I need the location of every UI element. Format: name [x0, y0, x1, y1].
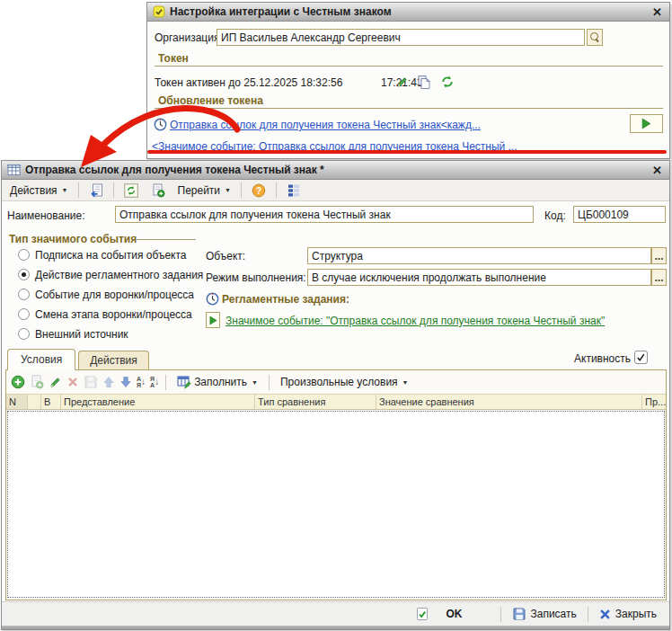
ellipsis-icon: ... [654, 271, 663, 284]
settings-window: Настройка интеграции с Честным знаком ✕ … [146, 2, 670, 159]
event-type-group-line [137, 239, 196, 240]
conditions-panel: АЯ ↓ ЯА ↓ Заполнить ▼ Произвольные услов… [5, 369, 667, 600]
refresh-section-title: Обновление токена [158, 94, 263, 107]
token-section-title: Токен [158, 52, 189, 65]
toolbar-separator [165, 375, 166, 390]
copy-row-icon[interactable] [30, 375, 44, 389]
column-header-pr[interactable]: Пр... [642, 395, 666, 409]
settings-window-title: Настройка интеграции с Честным знаком [170, 5, 392, 18]
radio-scheduled-job[interactable] [18, 269, 30, 280]
copy-token-icon[interactable] [417, 75, 431, 89]
chevron-down-icon: ▼ [225, 187, 231, 193]
event-titlebar[interactable]: Отправка ссылок для получения токена Чес… [2, 161, 669, 180]
activity-checkbox[interactable] [634, 351, 648, 364]
org-input[interactable]: ИП Васильев Александр Сергеевич [217, 29, 585, 46]
radio-funnel-event[interactable] [18, 289, 30, 300]
help-button[interactable]: ? [247, 181, 270, 200]
conditions-table-body[interactable] [7, 411, 665, 598]
event-window: Отправка ссылок для получения токена Чес… [1, 160, 670, 630]
end-edit-icon[interactable] [84, 375, 98, 389]
reread-button[interactable] [84, 181, 108, 200]
column-header-blank[interactable] [28, 395, 41, 409]
ok-button[interactable]: OK [410, 605, 468, 623]
sort-desc-icon[interactable]: ЯА ↓ [150, 376, 159, 388]
object-picker-button[interactable]: ... [651, 247, 667, 264]
mode-label: Режим выполнения: [206, 271, 306, 284]
code-input[interactable]: ЦБ000109 [573, 206, 666, 223]
help-icon: ? [252, 183, 266, 198]
move-down-icon[interactable] [119, 376, 132, 388]
radio-funnel-stage[interactable] [18, 308, 30, 320]
actions-menu-button[interactable]: Действия ▼ [5, 182, 73, 200]
refresh-token-icon[interactable] [440, 75, 455, 89]
radio-scheduled-job-label: Действие регламентного задания [35, 269, 203, 281]
add-row-icon[interactable] [11, 375, 25, 389]
column-header-v[interactable]: В [41, 395, 61, 409]
refresh-button[interactable] [119, 181, 143, 200]
mode-input[interactable]: В случае исключения продолжать выполнени… [307, 269, 651, 286]
job-play-button[interactable] [206, 312, 220, 328]
run-job-button[interactable] [630, 114, 663, 133]
sort-asc-icon[interactable]: АЯ ↓ [137, 376, 146, 388]
play-icon [209, 316, 217, 325]
settings-titlebar[interactable]: Настройка интеграции с Честным знаком ✕ [147, 3, 669, 22]
chevron-down-icon: ▼ [252, 379, 258, 386]
edit-token-icon[interactable] [395, 76, 409, 89]
toolbar-separator [113, 182, 114, 198]
mode-picker-button[interactable]: ... [651, 269, 667, 286]
svg-text:?: ? [256, 185, 261, 195]
toolbar-separator [276, 182, 277, 198]
fill-button[interactable]: Заполнить ▼ [172, 372, 262, 392]
radio-subscription[interactable] [18, 249, 30, 261]
token-status-text: Токен активен до 25.12.2025 18:32:56 [155, 76, 342, 89]
save-button[interactable]: Записать [507, 605, 582, 623]
ok-check-icon [415, 607, 429, 621]
job-event-link[interactable]: Значимое событие: "Отправка ссылок для п… [225, 315, 605, 327]
conditions-table-header: N В Представление Тип сравнения Значение… [6, 394, 666, 410]
edit-row-icon[interactable] [49, 376, 62, 389]
org-label: Организация: [155, 31, 223, 44]
check-icon [636, 352, 646, 362]
name-input[interactable]: Отправка ссылок для получения токена Чес… [115, 206, 534, 223]
event-toolbar: Действия ▼ Перейти ▼ ? [2, 180, 669, 201]
refresh-section-divider [155, 108, 663, 109]
doc-plus-icon [151, 183, 165, 198]
toolbar-separator [269, 375, 270, 390]
move-up-icon[interactable] [102, 376, 115, 388]
clock-icon [154, 118, 167, 131]
play-icon [641, 118, 651, 129]
close-button[interactable]: Закрыть [594, 606, 662, 622]
name-label: Наименование: [7, 209, 85, 222]
goto-menu-button[interactable]: Перейти ▼ [173, 182, 236, 200]
object-input[interactable]: Структура [307, 247, 651, 264]
tab-actions[interactable]: Действия [78, 351, 149, 370]
radio-funnel-stage-label: Смена этапа воронки/процесса [35, 308, 192, 321]
close-x-icon [599, 609, 611, 620]
object-label: Объект: [206, 250, 245, 262]
radio-subscription-label: Подписка на события объекта [35, 249, 186, 262]
delete-row-icon[interactable] [66, 376, 79, 388]
org-search-button[interactable] [587, 29, 603, 46]
reread-icon [89, 183, 103, 198]
column-header-comparison-type[interactable]: Тип сравнения [255, 395, 376, 409]
custom-conditions-button[interactable]: Произвольные условия ▼ [276, 373, 413, 391]
column-header-n[interactable]: N [6, 395, 28, 409]
column-header-comparison-value[interactable]: Значение сравнения [376, 395, 642, 409]
event-close-button[interactable]: ✕ [650, 164, 664, 177]
toolbar-separator [241, 182, 242, 198]
conditions-toolbar: АЯ ↓ ЯА ↓ Заполнить ▼ Произвольные услов… [6, 370, 666, 394]
column-header-presentation[interactable]: Представление [61, 395, 255, 409]
structure-list-button[interactable] [282, 181, 305, 200]
schedule-link[interactable]: Отправка ссылок для получения токена Чес… [170, 119, 481, 131]
jobs-header: Регламентные задания: [222, 293, 349, 306]
tab-conditions[interactable]: Условия [7, 349, 75, 370]
copy-new-button[interactable] [146, 181, 170, 200]
settings-close-button[interactable]: ✕ [650, 5, 664, 19]
code-label: Код: [544, 209, 566, 222]
activity-label: Активность [574, 352, 631, 365]
radio-external-source[interactable] [18, 328, 30, 340]
significant-event-link[interactable]: <Значимое событие: Отправка ссылок для п… [152, 140, 517, 153]
dialog-footer: OK Записать Закрыть [2, 601, 669, 626]
ellipsis-icon: ... [654, 250, 663, 262]
radio-external-source-label: Внешний источник [35, 328, 128, 341]
